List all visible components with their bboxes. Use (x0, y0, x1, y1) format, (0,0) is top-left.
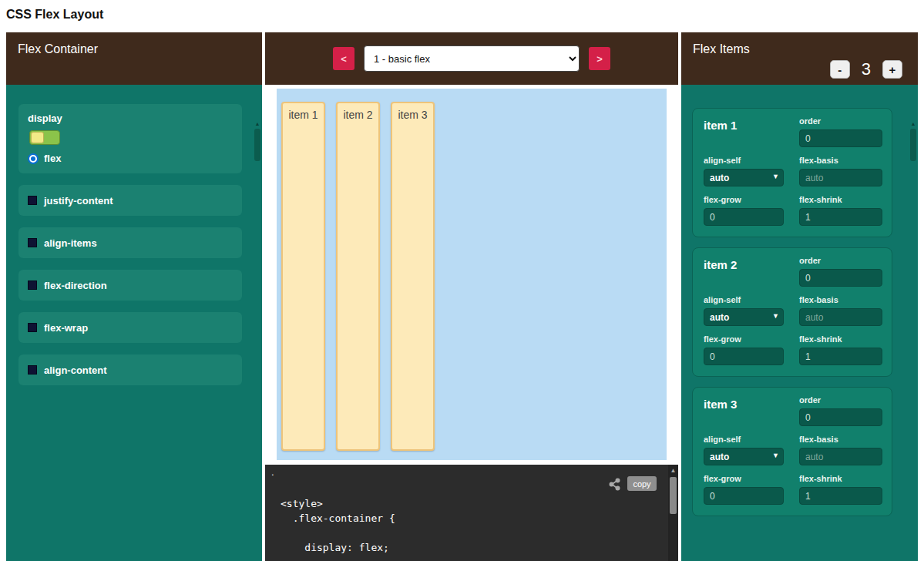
option-label: align-content (44, 364, 107, 376)
flex-shrink-label: flex-shrink (799, 195, 882, 204)
card-title: item 2 (704, 256, 791, 287)
copy-button[interactable]: copy (627, 476, 657, 491)
align-self-field: align-self auto ▼ (704, 156, 791, 186)
preset-header: < 1 - basic flex > (265, 32, 678, 85)
order-input[interactable] (799, 269, 882, 287)
order-input[interactable] (799, 408, 882, 426)
option-flex-direction[interactable]: flex-direction (18, 270, 242, 301)
flex-shrink-input[interactable] (799, 487, 882, 505)
flex-basis-field: flex-basis (799, 435, 882, 465)
remove-item-button[interactable]: - (830, 60, 850, 79)
flex-item-cards: item 1 order align-self auto ▼ flex-basi… (681, 85, 918, 516)
item-count: 3 (862, 59, 871, 79)
page-title: CSS Flex Layout (6, 8, 103, 22)
flex-grow-label: flex-grow (704, 474, 791, 483)
flex-shrink-field: flex-shrink (799, 334, 882, 365)
code-line: .flex-container { (281, 511, 395, 526)
option-justify-content[interactable]: justify-content (18, 185, 242, 216)
flex-container-panel: Flex Container display flex justify-cont… (6, 32, 262, 561)
flex-container-body: display flex justify-content align-items (6, 85, 262, 385)
code-scrollbar[interactable]: ▲ (668, 465, 678, 561)
card-title: item 3 (704, 395, 791, 426)
align-self-select[interactable]: auto (704, 448, 784, 465)
preview-item: item 2 (336, 102, 380, 451)
flex-item-card-1: item 1 order align-self auto ▼ flex-basi… (692, 108, 892, 237)
code-line (281, 526, 395, 540)
flex-basis-input[interactable] (799, 448, 882, 465)
flex-basis-input[interactable] (799, 308, 882, 326)
prev-preset-button[interactable]: < (333, 47, 354, 70)
flex-basis-field: flex-basis (799, 295, 882, 326)
flex-grow-input[interactable] (704, 348, 784, 365)
scroll-up-icon[interactable]: ▲ (909, 120, 917, 127)
flex-grow-label: flex-grow (704, 195, 791, 204)
scroll-up-icon[interactable]: ▲ (254, 120, 261, 127)
align-self-field: align-self auto ▼ (704, 295, 791, 326)
flex-basis-label: flex-basis (799, 435, 882, 444)
align-self-select[interactable]: auto (704, 169, 784, 186)
flex-radio-row[interactable]: flex (28, 153, 233, 164)
option-align-items[interactable]: align-items (18, 227, 242, 258)
add-item-button[interactable]: + (882, 60, 902, 79)
code-dot: . (271, 466, 274, 478)
toggle-knob-icon (31, 132, 44, 143)
flex-container-title: Flex Container (18, 42, 98, 55)
option-flex-wrap[interactable]: flex-wrap (18, 312, 242, 343)
flex-direction-checkbox[interactable] (28, 280, 37, 290)
justify-content-checkbox[interactable] (28, 196, 37, 205)
order-label: order (799, 256, 882, 265)
share-icon[interactable] (608, 478, 621, 494)
align-content-checkbox[interactable] (28, 365, 37, 375)
order-field: order (799, 116, 882, 147)
preset-select[interactable]: 1 - basic flex (364, 45, 580, 72)
code-line: display: flex; (281, 540, 395, 555)
scrollbar-thumb[interactable] (910, 129, 916, 161)
right-panel-scrollbar[interactable]: ▲ (909, 119, 917, 559)
item-count-controls: - 3 + (830, 59, 902, 79)
code-line: <style> (281, 496, 395, 511)
left-panel-scrollbar[interactable]: ▲ (254, 119, 261, 559)
option-label: align-items (44, 237, 97, 249)
option-align-content[interactable]: align-content (18, 354, 242, 385)
align-items-checkbox[interactable] (28, 238, 37, 247)
flex-grow-field: flex-grow (704, 195, 791, 226)
order-field: order (799, 395, 882, 426)
flex-basis-input[interactable] (799, 169, 882, 186)
preview-item: item 1 (281, 102, 325, 451)
flex-basis-label: flex-basis (799, 295, 882, 304)
flex-grow-label: flex-grow (704, 334, 791, 344)
flex-basis-field: flex-basis (799, 156, 882, 186)
order-label: order (799, 395, 882, 405)
scroll-up-icon[interactable]: ▲ (668, 467, 678, 475)
option-label: justify-content (44, 195, 113, 207)
flex-radio[interactable] (28, 153, 39, 164)
display-toggle[interactable] (29, 130, 60, 145)
card-title: item 1 (704, 116, 791, 147)
flex-shrink-label: flex-shrink (799, 474, 882, 483)
flex-shrink-input[interactable] (799, 208, 882, 226)
scrollbar-thumb[interactable] (254, 129, 260, 161)
align-self-label: align-self (704, 435, 791, 444)
align-self-field: align-self auto ▼ (704, 435, 791, 465)
align-self-select[interactable]: auto (704, 308, 784, 326)
flex-grow-input[interactable] (704, 487, 784, 505)
code-text: <style> .flex-container { display: flex; (281, 496, 395, 555)
option-label: flex-wrap (44, 322, 88, 334)
flex-preview-container: item 1 item 2 item 3 (277, 89, 667, 460)
flex-grow-input[interactable] (704, 208, 784, 226)
order-input[interactable] (799, 129, 882, 147)
flex-items-title: Flex Items (693, 42, 750, 55)
display-label: display (28, 113, 233, 124)
flex-shrink-input[interactable] (799, 348, 882, 365)
flex-item-card-2: item 2 order align-self auto ▼ flex-basi… (692, 247, 892, 377)
flex-container-header: Flex Container (6, 32, 262, 85)
option-label: flex-direction (44, 280, 107, 291)
flex-wrap-checkbox[interactable] (28, 323, 37, 332)
order-label: order (799, 116, 882, 126)
align-self-label: align-self (704, 295, 791, 304)
scrollbar-thumb[interactable] (670, 477, 677, 514)
next-preset-button[interactable]: > (589, 47, 610, 70)
flex-basis-label: flex-basis (799, 156, 882, 165)
code-output: . copy <style> .flex-container { display… (265, 465, 678, 561)
flex-shrink-label: flex-shrink (799, 334, 882, 344)
